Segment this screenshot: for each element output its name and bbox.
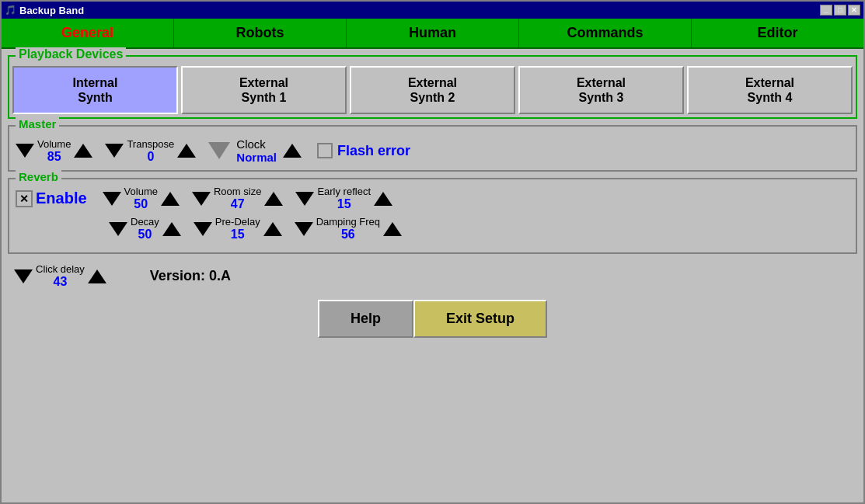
reverb-early-reflect-decrease-button[interactable] (295, 192, 314, 206)
master-section: Master Volume 85 Transpose 0 (8, 125, 857, 172)
volume-display: Volume 85 (37, 138, 71, 164)
reverb-pre-delay-group: Pre-Delay 15 (194, 216, 282, 242)
flash-error-checkbox[interactable] (317, 143, 333, 158)
clock-indicator (208, 142, 230, 159)
reverb-damping-freq-increase-button[interactable] (383, 222, 402, 236)
reverb-enable-label: Enable (36, 189, 87, 207)
title-bar-left: 🎵 Backup Band (5, 5, 84, 16)
reverb-damping-freq-group: Damping Freq 56 (295, 216, 402, 242)
version-text: Version: 0.A (150, 268, 231, 284)
master-section-title: Master (16, 117, 59, 130)
reverb-volume-group: Volume 50 (103, 186, 180, 211)
reverb-section: Reverb ✕ Enable Volume 50 (8, 178, 857, 254)
reverb-room-size-display: Room size 47 (214, 186, 261, 211)
reverb-pre-delay-display: Pre-Delay 15 (215, 216, 260, 242)
playback-section-title: Playback Devices (16, 47, 126, 61)
title-bar-controls: _ □ ✕ (820, 5, 860, 16)
click-delay-value: 43 (36, 275, 85, 289)
clock-label: Clock (236, 137, 277, 151)
reverb-damping-freq-label: Damping Freq (316, 216, 380, 228)
reverb-row-2: Decay 50 Pre-Delay 15 (16, 216, 849, 242)
reverb-decay-group: Decay 50 (109, 216, 181, 242)
reverb-pre-delay-decrease-button[interactable] (194, 222, 212, 236)
volume-label: Volume (37, 138, 71, 150)
transpose-label: Transpose (127, 138, 174, 150)
reverb-room-size-increase-button[interactable] (264, 192, 283, 206)
bottom-section: Click delay 43 Version: 0.A (8, 260, 857, 292)
synth-tabs: InternalSynth ExternalSynth 1 ExternalSy… (12, 60, 853, 114)
reverb-volume-increase-button[interactable] (161, 192, 180, 206)
reverb-pre-delay-value: 15 (215, 228, 260, 242)
master-volume-group: Volume 85 (16, 138, 92, 164)
reverb-volume-value: 50 (124, 197, 158, 211)
reverb-row-1: ✕ Enable Volume 50 Room size (16, 186, 849, 211)
main-content: Playback Devices InternalSynth ExternalS… (2, 49, 863, 502)
reverb-room-size-value: 47 (214, 197, 261, 211)
buttons-row: Help Exit Setup (8, 300, 857, 338)
help-button[interactable]: Help (318, 300, 413, 338)
reverb-volume-display: Volume 50 (124, 186, 158, 211)
reverb-volume-decrease-button[interactable] (103, 192, 121, 206)
volume-increase-button[interactable] (74, 144, 92, 158)
nav-bar: General Robots Human Commands Editor (2, 19, 863, 49)
master-controls-row: Volume 85 Transpose 0 (16, 133, 849, 164)
app-title: Backup Band (19, 5, 84, 16)
transpose-display: Transpose 0 (127, 138, 174, 164)
maximize-button[interactable]: □ (834, 5, 846, 16)
clock-increase-button[interactable] (283, 144, 302, 158)
reverb-room-size-label: Room size (214, 186, 261, 197)
click-delay-increase-button[interactable] (88, 269, 106, 283)
synth-tab-ext1[interactable]: ExternalSynth 1 (181, 66, 347, 114)
clock-value: Normal (236, 151, 277, 164)
reverb-enable-group: ✕ Enable (16, 189, 87, 207)
synth-tab-internal[interactable]: InternalSynth (12, 66, 178, 114)
reverb-pre-delay-increase-button[interactable] (263, 222, 282, 236)
synth-tab-ext4[interactable]: ExternalSynth 4 (687, 66, 853, 114)
master-transpose-group: Transpose 0 (105, 138, 196, 164)
reverb-decay-decrease-button[interactable] (109, 222, 127, 236)
reverb-section-title: Reverb (16, 170, 61, 183)
reverb-pre-delay-label: Pre-Delay (215, 216, 260, 228)
synth-tab-ext3[interactable]: ExternalSynth 3 (518, 66, 684, 114)
reverb-decay-value: 50 (131, 228, 159, 242)
reverb-early-reflect-increase-button[interactable] (374, 192, 392, 206)
transpose-value: 0 (127, 150, 174, 164)
reverb-enable-checkbox[interactable]: ✕ (16, 190, 33, 207)
click-delay-decrease-button[interactable] (14, 269, 33, 283)
click-delay-group: Click delay 43 (14, 263, 106, 289)
click-delay-label: Click delay (36, 263, 85, 275)
playback-section: Playback Devices InternalSynth ExternalS… (8, 55, 857, 119)
exit-setup-button[interactable]: Exit Setup (413, 300, 547, 338)
tab-commands[interactable]: Commands (519, 19, 692, 47)
reverb-early-reflect-label: Early reflect (317, 186, 371, 197)
transpose-increase-button[interactable] (177, 144, 196, 158)
app-window: 🎵 Backup Band _ □ ✕ General Robots Human… (0, 0, 865, 504)
reverb-damping-freq-display: Damping Freq 56 (316, 216, 380, 242)
flash-error-group: Flash error (317, 143, 410, 159)
reverb-damping-freq-decrease-button[interactable] (295, 222, 313, 236)
reverb-damping-freq-value: 56 (316, 228, 380, 242)
reverb-decay-display: Decay 50 (131, 216, 159, 242)
reverb-volume-label: Volume (124, 186, 158, 197)
flash-error-label: Flash error (337, 143, 410, 159)
tab-general[interactable]: General (2, 19, 174, 47)
reverb-room-size-group: Room size 47 (192, 186, 283, 211)
minimize-button[interactable]: _ (820, 5, 832, 16)
app-icon: 🎵 (5, 5, 16, 16)
click-delay-display: Click delay 43 (36, 263, 85, 289)
transpose-decrease-button[interactable] (105, 144, 124, 158)
reverb-decay-increase-button[interactable] (162, 222, 181, 236)
reverb-decay-label: Decay (131, 216, 159, 228)
clock-group: Clock Normal (208, 137, 302, 164)
reverb-room-size-decrease-button[interactable] (192, 192, 211, 206)
tab-human[interactable]: Human (347, 19, 519, 47)
title-bar: 🎵 Backup Band _ □ ✕ (2, 2, 863, 19)
close-button[interactable]: ✕ (848, 5, 860, 16)
volume-value: 85 (37, 150, 71, 164)
tab-robots[interactable]: Robots (174, 19, 347, 47)
clock-display: Clock Normal (236, 137, 277, 164)
volume-decrease-button[interactable] (16, 144, 34, 158)
synth-tab-ext2[interactable]: ExternalSynth 2 (350, 66, 515, 114)
reverb-early-reflect-value: 15 (317, 197, 371, 211)
tab-editor[interactable]: Editor (692, 19, 863, 47)
